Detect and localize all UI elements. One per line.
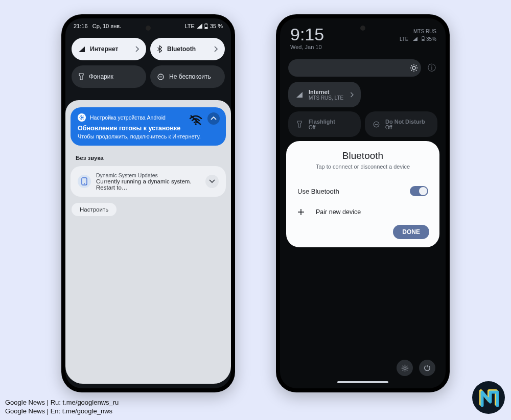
notification-body: Чтобы продолжить, подключитесь к Интерне…	[78, 133, 219, 139]
flashlight-icon	[295, 121, 304, 128]
status-battery: 35%	[426, 36, 436, 42]
flashlight-icon	[79, 73, 84, 80]
nav-handle[interactable]	[337, 381, 388, 383]
battery-icon	[204, 24, 208, 29]
phone-left: 21:16 Ср, 10 янв. LTE 35 %	[61, 14, 235, 392]
notification-body: Currently running a dynamic system. Rest…	[96, 178, 200, 191]
svg-point-26	[404, 367, 406, 369]
settings-button[interactable]	[397, 360, 413, 376]
use-bluetooth-row[interactable]: Use Bluetooth	[296, 181, 429, 201]
qs-dnd-sub: Off	[385, 125, 425, 130]
manage-button[interactable]: Настроить	[72, 203, 117, 216]
plus-icon	[297, 208, 305, 216]
qs-flashlight-sub: Off	[309, 125, 335, 130]
svg-line-33	[406, 365, 407, 366]
svg-line-20	[416, 65, 417, 66]
bluetooth-icon	[157, 45, 162, 53]
camera-hole	[360, 26, 365, 31]
qs-internet-sub: MTS RUS, LTE	[309, 95, 343, 101]
bluetooth-sheet: Bluetooth Tap to connect or disconnect a…	[286, 141, 439, 247]
status-date: Ср, 10 янв.	[92, 23, 121, 29]
collapse-button[interactable]	[207, 112, 220, 125]
sheet-subtitle: Tap to connect or disconnect a device	[296, 164, 429, 170]
qs-flashlight-label: Flashlight	[309, 119, 335, 125]
wifi-off-icon	[189, 114, 202, 126]
done-label: DONE	[402, 228, 420, 236]
settings-icon	[78, 113, 86, 122]
qs-internet-chip[interactable]: Internet MTS RUS, LTE	[288, 82, 361, 107]
qs-dnd-label: Do Not Disturb	[385, 119, 425, 125]
battery-icon	[422, 36, 426, 42]
qs-dnd-chip[interactable]: Не беспокоить	[150, 65, 225, 88]
pair-device-label: Pair new device	[316, 208, 361, 216]
svg-line-18	[411, 65, 412, 66]
brightness-icon	[410, 64, 418, 72]
status-time: 21:16	[74, 23, 88, 29]
qs-flashlight-chip[interactable]: Flashlight Off	[288, 111, 361, 137]
svg-rect-11	[422, 39, 424, 41]
chevron-right-icon	[135, 46, 139, 52]
signal-icon	[413, 36, 419, 42]
signal-icon	[295, 92, 304, 98]
qs-internet-label: Internet	[309, 89, 343, 95]
power-button[interactable]	[419, 360, 435, 376]
qs-internet-chip[interactable]: Интернет	[72, 38, 146, 60]
notification-app-name: Настройка устройства Android	[90, 114, 166, 121]
svg-line-31	[402, 365, 403, 366]
status-net: LTE	[400, 36, 409, 42]
notification-update[interactable]: Настройка устройства Android Обновления …	[71, 107, 226, 146]
signal-icon	[197, 24, 202, 29]
brand-logo	[472, 381, 505, 414]
camera-hole	[146, 26, 151, 31]
credit-line-en: Google News | En: t.me/google_nws	[5, 407, 119, 416]
quick-settings-panel: Интернет Bluetooth	[65, 34, 231, 100]
phone-mockups: 21:16 Ср, 10 янв. LTE 35 %	[0, 0, 511, 392]
svg-line-19	[416, 70, 417, 71]
credits: Google News | Ru: t.me/googlenws_ru Goog…	[5, 398, 119, 416]
sheet-title: Bluetooth	[296, 150, 429, 161]
status-battery: 35 %	[210, 23, 223, 29]
svg-rect-2	[205, 24, 207, 24]
svg-rect-1	[205, 27, 207, 29]
qs-dnd-label: Не беспокоить	[169, 73, 211, 80]
svg-point-5	[81, 116, 83, 119]
svg-rect-12	[423, 36, 424, 37]
status-net: LTE	[185, 23, 195, 29]
date: Wed, Jan 10	[290, 44, 435, 50]
expand-button[interactable]	[205, 175, 219, 188]
use-bluetooth-label: Use Bluetooth	[297, 188, 339, 195]
qs-flashlight-chip[interactable]: Фонарик	[72, 65, 146, 88]
svg-line-32	[406, 369, 407, 370]
dnd-icon	[157, 74, 164, 80]
brightness-slider[interactable]: ⓘ	[288, 59, 437, 77]
dnd-icon	[372, 121, 380, 128]
qs-dnd-chip[interactable]: Do Not Disturb Off	[365, 111, 437, 137]
signal-icon	[79, 46, 85, 52]
bluetooth-toggle[interactable]	[410, 186, 428, 196]
notification-app-name: Dynamic System Updates	[96, 172, 200, 178]
qs-bluetooth-chip[interactable]: Bluetooth	[150, 38, 225, 60]
svg-point-6	[195, 123, 197, 125]
qs-bluetooth-label: Bluetooth	[167, 45, 196, 53]
notification-dsu[interactable]: Dynamic System Updates Currently running…	[71, 166, 226, 197]
chevron-right-icon	[214, 46, 218, 52]
qs-footer-buttons	[397, 360, 435, 376]
carrier-label: MTS RUS	[400, 28, 436, 35]
done-button[interactable]: DONE	[393, 225, 429, 239]
qs-internet-label: Интернет	[90, 45, 118, 53]
notification-title: Обновления готовы к установке	[78, 125, 219, 132]
pair-device-row[interactable]: Pair new device	[296, 201, 429, 225]
lockscreen-header: 9:15 Wed, Jan 10 MTS RUS LTE	[280, 18, 446, 52]
credit-line-ru: Google News | Ru: t.me/googlenws_ru	[5, 398, 119, 407]
svg-point-13	[412, 66, 415, 69]
svg-point-9	[84, 183, 85, 184]
silent-section-label: Без звука	[71, 152, 226, 166]
auto-brightness-icon[interactable]: ⓘ	[426, 63, 437, 74]
manage-label: Настроить	[80, 206, 108, 213]
svg-line-34	[402, 369, 403, 370]
notification-shade[interactable]: Настройка устройства Android Обновления …	[65, 100, 231, 384]
qs-flashlight-label: Фонарик	[89, 73, 113, 80]
phone-right: 9:15 Wed, Jan 10 MTS RUS LTE	[276, 14, 450, 392]
chevron-right-icon	[350, 92, 354, 98]
phone-icon	[78, 175, 91, 188]
